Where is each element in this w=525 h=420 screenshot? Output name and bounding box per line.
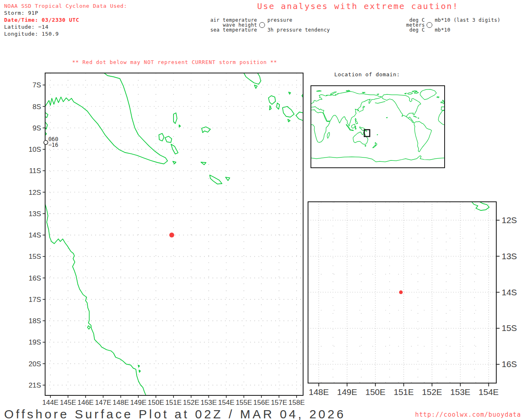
axis-label: 152E [422,387,442,397]
map-frame [311,86,445,168]
coastline-bougainville [244,73,261,84]
tc-info-block: NOAA SSD Tropical Cyclone Data Used: Sto… [4,2,127,37]
coastline-africa-west [438,110,445,125]
axis-label: 13S [29,210,41,218]
units-model-circle-icon [427,22,432,28]
coastline-shortland [254,85,257,88]
axis-label: 154E [218,399,235,406]
axis-label: 157E [271,399,287,406]
tc-info-latitude: Latitude: −14 [4,23,127,30]
coastline-hawaii [386,117,388,118]
coastline-choiseul [269,96,276,104]
units-mb10-label: mb*10 [435,27,450,32]
coastline-south-america [414,121,432,152]
coastline-sulawesi [355,126,356,129]
legend-sea-temperature-label: sea temperature [210,27,257,32]
coastline-iberia [441,107,445,110]
coastline-cuba [413,116,417,117]
axis-label: 156E [253,399,270,406]
storm-position-dot [169,233,174,237]
legend-pressure-label: pressure [267,18,292,23]
coastline-new-siberian [362,92,365,93]
coastline-iceland [437,97,439,98]
axis-label: 19S [29,338,41,346]
axis-label: 16S [29,274,41,282]
coastline-whitsunday-1 [138,365,139,367]
coastline-normanby [171,144,178,154]
tc-info-source: NOAA SSD Tropical Cyclone Data Used: [4,2,127,9]
coastline-madagascar [327,132,330,139]
coastline-goodenough [159,133,164,141]
coastline-tagula-tip [472,202,489,210]
coastline-fergusson [165,136,171,142]
world-inset-map [310,85,445,168]
units-legend-left-column: deg C meters deg C [406,18,425,32]
coastline-africa [311,110,330,143]
coastline-trobriand [173,113,177,123]
coastline-arctic-4 [404,93,406,94]
coastline-sumatra [346,124,350,130]
coastline-misima [201,162,206,164]
coastline-fauro [289,92,291,94]
coastline-eurasia [311,91,381,126]
axis-label: 146E [78,399,94,406]
coastline-new-guinea [360,127,367,131]
axis-label: 149E [130,399,146,406]
station-marker [44,140,48,144]
coastline-arctic-1 [407,93,413,94]
coastline-uk [443,100,445,104]
coastline-ireland [441,102,442,103]
coastline-choiseul-tail [269,105,271,110]
coastline-santa-isabel-edge [296,112,303,121]
axis-label: 153E [201,399,217,406]
station-legend-left-column: air temperature wave height sea temperat… [210,18,257,32]
zoom-map: 148E149E150E151E152E153E154E12S13S14S15S… [304,196,525,404]
coastline-hispaniola [418,118,419,118]
storm-position-warning: ** Red dot below may NOT represent CURRE… [72,59,277,65]
axis-label: 10S [29,146,41,153]
axis-label: 153E [450,387,470,397]
coastline-borneo [352,124,355,128]
axis-label: 17S [29,296,41,304]
axis-label: 15S [29,253,41,260]
axis-label: 150E [148,399,164,406]
axis-label: 7S [32,81,41,89]
coastline-hinchinbrook [87,326,90,329]
axis-label: 155E [236,399,252,406]
plot-title: Offshore Surface Plot at 02Z / MAR 04, 2… [4,407,346,420]
inset-map-title: Location of domain: [334,71,400,78]
coastline-new-georgia-islet [288,119,290,122]
coastline-nz-south [373,145,376,148]
coastline-tasmania [365,145,366,146]
coastline-kolombangara [276,103,279,109]
axis-label: 151E [165,399,182,406]
coastline-png-mainland [45,73,167,164]
axis-label: 144E [42,399,59,406]
axis-label: 16S [502,359,517,369]
axis-label: 11S [29,167,41,175]
axis-label: 9S [32,124,41,132]
tc-info-storm: Storm: 91P [4,9,127,16]
axis-label: 150E [365,387,386,397]
axis-label: 13S [502,251,517,261]
coastline-nz-north [375,142,377,146]
units-degc-bottom-label: deg C [406,27,425,32]
coastline-whitsunday-2 [139,370,140,372]
axis-label: 145E [60,399,76,406]
coastline-philippines [355,118,358,123]
axis-label: 148E [309,387,329,397]
coastline-antarctica [311,156,445,162]
coastline-australia [353,132,368,144]
source-url: http://coolwx.com/buoydata [415,411,521,418]
units-mb10-digits-label: mb*10 (last 3 digits) [435,18,500,23]
tc-info-datetime: Date/Time: 03/2330 UTC [4,16,127,23]
axis-label: 148E [113,399,129,406]
coastline-severnaya [346,90,350,91]
coastline-svalbard [317,91,322,91]
axis-label: 18S [29,317,41,325]
coastline-new-georgia [283,107,294,117]
coastline-wrangel [377,94,379,95]
storm-position-dot [399,290,403,294]
axis-label: 152E [183,399,199,406]
coastline-tagula [210,175,222,184]
